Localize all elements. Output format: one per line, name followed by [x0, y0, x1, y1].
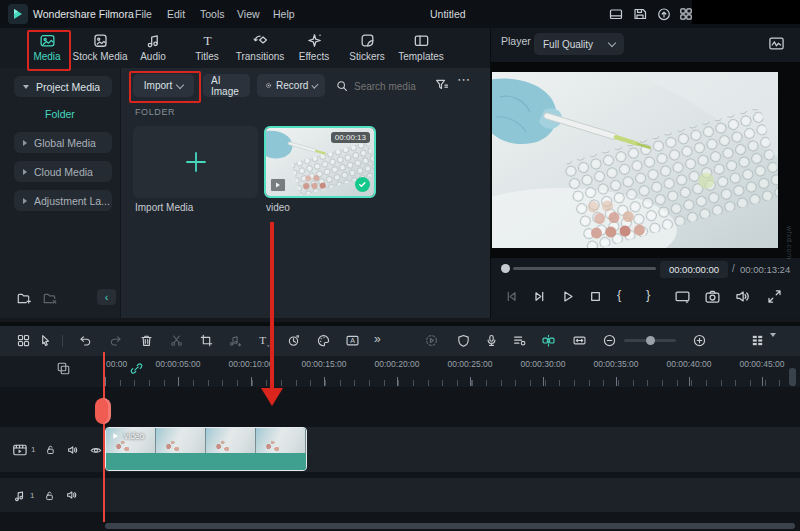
sidebar-item-project-media[interactable]: Project Media	[14, 76, 112, 97]
chevron-down-icon[interactable]	[770, 337, 776, 349]
delete-icon[interactable]	[139, 333, 154, 350]
plus-icon	[181, 147, 211, 177]
tab-titles[interactable]: T Titles	[179, 32, 235, 62]
annotation-arrow-head	[261, 388, 283, 406]
menu-edit[interactable]: Edit	[167, 8, 185, 20]
lock-icon[interactable]	[44, 443, 57, 456]
mute-icon[interactable]	[66, 443, 80, 457]
video-track-header: 1	[0, 427, 103, 472]
color-palette-icon[interactable]	[316, 333, 331, 350]
sidebar-global-media-label: Global Media	[34, 137, 96, 149]
speed-icon[interactable]	[286, 333, 301, 350]
video-track-icon	[12, 442, 28, 458]
timecode-separator: /	[732, 263, 735, 274]
quality-dropdown[interactable]: Full Quality	[534, 33, 624, 55]
mark-in-icon[interactable]: {	[617, 287, 621, 302]
marker-icon[interactable]	[56, 361, 71, 378]
timeline-vertical-scrollbar[interactable]	[789, 368, 796, 386]
tab-transitions[interactable]: Transitions	[232, 32, 288, 62]
zoom-slider-handle[interactable]	[646, 336, 655, 345]
fit-timeline-icon[interactable]	[572, 333, 587, 350]
new-folder-icon[interactable]	[16, 290, 32, 308]
timeline-layout-icon[interactable]	[16, 333, 31, 350]
fullscreen-icon[interactable]	[766, 288, 783, 307]
previous-frame-icon[interactable]	[503, 288, 520, 307]
auto-ripple-link-icon[interactable]	[129, 361, 144, 378]
layout-icon[interactable]	[608, 6, 624, 24]
delete-folder-icon[interactable]	[42, 290, 58, 308]
sidebar-item-cloud-media[interactable]: Cloud Media	[14, 161, 112, 182]
svg-text:T: T	[259, 334, 266, 346]
video-thumbnail-tile[interactable]: 00:00:13	[264, 126, 376, 198]
toolbar-divider	[62, 335, 63, 347]
clip-audio-band	[106, 453, 306, 470]
split-scissors-icon[interactable]	[169, 333, 184, 350]
quality-value: Full Quality	[543, 39, 593, 50]
export-icon[interactable]	[656, 6, 672, 24]
crop-icon[interactable]	[199, 333, 214, 350]
next-frame-icon[interactable]	[531, 288, 548, 307]
menu-help[interactable]: Help	[273, 8, 295, 20]
timeline-ruler[interactable]: 00:00 00:00:05:00 00:00:10:00 00:00:15:0…	[0, 356, 800, 387]
render-preview-icon[interactable]	[424, 333, 439, 350]
playhead-line[interactable]	[103, 352, 105, 522]
add-text-icon[interactable]: T	[256, 333, 271, 350]
tab-stickers[interactable]: Stickers	[339, 32, 395, 62]
eye-icon[interactable]	[89, 443, 103, 457]
clip-duration-badge: 00:00:13	[331, 132, 370, 143]
record-button[interactable]: Record	[257, 74, 325, 97]
zoom-out-icon[interactable]	[602, 333, 617, 350]
voiceover-mic-icon[interactable]	[484, 333, 499, 350]
display-device-icon[interactable]	[674, 288, 691, 307]
snapshot-camera-icon[interactable]	[704, 288, 721, 307]
caret-right-icon	[23, 140, 27, 146]
mute-icon[interactable]	[65, 488, 79, 502]
quick-split-icon[interactable]	[541, 333, 556, 350]
sidebar-item-global-media[interactable]: Global Media	[14, 132, 112, 153]
play-icon[interactable]	[559, 288, 576, 307]
more-tools-icon[interactable]: »	[374, 332, 381, 346]
volume-icon[interactable]	[734, 288, 751, 307]
tab-effects[interactable]: Effects	[286, 32, 342, 62]
tab-stock-media[interactable]: Stock Media	[72, 32, 128, 62]
lock-icon[interactable]	[43, 489, 56, 502]
audio-track-lane[interactable]	[103, 478, 800, 512]
svg-text:T: T	[203, 33, 211, 48]
motion-tracking-icon[interactable]: A	[345, 333, 360, 350]
mask-shield-icon[interactable]	[456, 333, 471, 350]
player-title: Player	[501, 35, 531, 47]
tab-templates[interactable]: Templates	[393, 32, 449, 62]
search-input[interactable]	[352, 74, 444, 99]
import-media-tile[interactable]	[133, 126, 258, 198]
timeline-horizontal-scrollbar[interactable]	[105, 523, 795, 529]
ai-image-button-label: AI Image	[211, 75, 242, 97]
timeline-video-clip[interactable]: video	[105, 427, 307, 471]
panel-divider	[490, 28, 491, 318]
redo-icon[interactable]	[108, 333, 123, 350]
sidebar-cloud-media-label: Cloud Media	[34, 166, 93, 178]
collapse-sidebar-button[interactable]: ‹	[97, 289, 116, 305]
mark-out-icon[interactable]: }	[646, 287, 650, 302]
ai-image-button[interactable]: AI Image	[203, 74, 250, 97]
more-options-icon[interactable]: ⋯	[457, 72, 471, 87]
filter-icon[interactable]	[434, 77, 449, 94]
select-tool-icon[interactable]	[38, 333, 53, 350]
scrubber-handle[interactable]	[501, 264, 510, 273]
stop-icon[interactable]	[587, 288, 604, 307]
tab-audio[interactable]: Audio	[125, 32, 181, 62]
scope-monitor-icon[interactable]	[768, 35, 785, 54]
save-icon[interactable]	[632, 6, 648, 24]
track-manager-icon[interactable]	[750, 333, 765, 350]
menu-file[interactable]: File	[135, 8, 152, 20]
scrubber-track[interactable]	[513, 267, 656, 270]
audio-mixer-icon[interactable]	[512, 333, 527, 350]
zoom-in-icon[interactable]	[692, 333, 707, 350]
tab-templates-label: Templates	[398, 51, 444, 62]
menu-view[interactable]: View	[237, 8, 260, 20]
sidebar-item-adjustment-layer[interactable]: Adjustment La...	[14, 190, 112, 211]
detach-audio-icon[interactable]	[227, 333, 242, 350]
menu-tools[interactable]: Tools	[200, 8, 225, 20]
sidebar-item-folder[interactable]: Folder	[0, 108, 120, 120]
playhead-handle[interactable]	[95, 398, 111, 424]
undo-icon[interactable]	[78, 333, 93, 350]
